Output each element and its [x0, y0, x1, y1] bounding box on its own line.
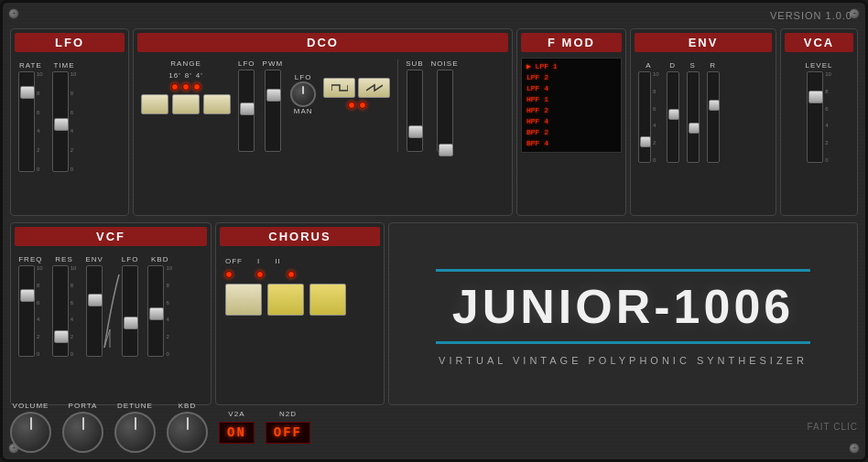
time-slider[interactable]	[52, 71, 69, 172]
sub-slider[interactable]	[407, 70, 423, 152]
volume-knob[interactable]	[10, 412, 51, 453]
env-section: ENV A 10 8 6 4 2 0	[630, 28, 776, 216]
attack-thumb[interactable]	[640, 136, 651, 147]
filter-bpf2[interactable]: BPF 2	[526, 127, 616, 138]
dco-lfo-thumb[interactable]	[240, 102, 255, 115]
top-row: LFO RATE 10 8 6 4 2 0	[10, 28, 858, 216]
sub-thumb[interactable]	[408, 125, 423, 138]
chorus-off-led[interactable]	[225, 271, 233, 278]
chorus-labels: OFF I II	[225, 257, 374, 265]
kbd-thumb[interactable]	[149, 307, 164, 320]
screw-top-left	[8, 8, 19, 19]
fmod-section: F MOD ▶ LPF 1 LPF 2 LPF 4 HPF 1 HPF 2 HP…	[516, 28, 626, 216]
kbd-slider[interactable]	[147, 265, 164, 357]
chorus-buttons	[225, 284, 374, 316]
volume-group: VOLUME	[10, 402, 51, 453]
decay-label: D	[669, 61, 676, 70]
rate-slider-thumb[interactable]	[20, 86, 35, 99]
decay-thumb[interactable]	[668, 109, 679, 120]
chorus-i-btn[interactable]	[267, 284, 304, 316]
n2d-display[interactable]: OFF	[266, 422, 310, 444]
attack-slider[interactable]	[638, 71, 651, 163]
dco-lfo-knob[interactable]	[290, 81, 316, 107]
wave-led-2[interactable]	[359, 102, 366, 109]
filter-bpf4[interactable]: BPF 4	[526, 138, 616, 149]
attack-container: A 10 8 6 4 2 0	[638, 61, 659, 163]
filter-hpf1[interactable]: HPF 1	[526, 94, 616, 105]
filter-hpf2[interactable]: HPF 2	[526, 105, 616, 116]
freq-slider[interactable]	[18, 265, 35, 357]
release-container: R	[707, 61, 720, 163]
lfo-vcf-slider[interactable]	[122, 265, 138, 357]
wave-btn-saw[interactable]	[358, 78, 390, 98]
noise-slider[interactable]	[437, 70, 453, 152]
rate-slider[interactable]	[18, 71, 35, 172]
dco-section: DCO RANGE 16' 8' 4'	[133, 28, 513, 216]
res-thumb[interactable]	[54, 330, 69, 343]
chorus-off-btn[interactable]	[225, 284, 262, 316]
noise-thumb[interactable]	[439, 144, 453, 156]
v2a-display[interactable]: ON	[219, 422, 255, 444]
sustain-thumb[interactable]	[689, 123, 700, 134]
chorus-i-led[interactable]	[256, 271, 264, 278]
level-thumb[interactable]	[808, 91, 823, 103]
range-btn-8[interactable]	[172, 94, 200, 114]
dco-pwm-thumb[interactable]	[266, 89, 281, 102]
dco-pwm-slider[interactable]	[265, 70, 281, 152]
footer-row: VOLUME PORTA DETUNE KBD V2A ON N2D OFF	[10, 402, 858, 452]
sub-slider-container: SUB	[406, 59, 423, 152]
wave-leds	[323, 102, 390, 109]
res-slider[interactable]	[52, 265, 69, 357]
filter-hpf4[interactable]: HPF 4	[526, 116, 616, 127]
time-slider-thumb[interactable]	[54, 118, 69, 131]
dco-range-group: RANGE 16' 8' 4'	[141, 59, 231, 114]
lfo-header: LFO	[15, 33, 125, 52]
rate-ticks: 10 8 6 4 2 0	[37, 71, 43, 172]
freq-thumb[interactable]	[20, 289, 35, 302]
filter-lpf4[interactable]: LPF 4	[526, 83, 616, 94]
vca-section: VCA LEVEL 10 8 6 4 2 0	[780, 28, 858, 216]
range-led-16[interactable]	[171, 83, 179, 91]
env-vcf-slider-group	[86, 265, 103, 357]
junior-title: JUNIOR-1006	[452, 279, 794, 334]
dco-lfo-slider[interactable]	[238, 70, 255, 152]
lfo-vcf-thumb[interactable]	[124, 317, 138, 329]
chorus-ii-btn[interactable]	[309, 284, 346, 316]
env-vcf-thumb[interactable]	[88, 294, 103, 306]
freq-label: FREQ	[18, 255, 42, 263]
kbd-footer-group: KBD	[167, 402, 208, 453]
release-thumb[interactable]	[709, 100, 720, 111]
n2d-group: N2D OFF	[266, 410, 310, 444]
kbd-footer-knob[interactable]	[167, 412, 208, 453]
release-slider[interactable]	[707, 71, 720, 163]
blue-line-bottom	[436, 341, 810, 344]
range-btn-16[interactable]	[141, 94, 168, 114]
volume-label: VOLUME	[13, 402, 49, 410]
decay-slider[interactable]	[667, 71, 679, 163]
main-display: JUNIOR-1006 VIRTUAL VINTAGE POLYPHONIC S…	[388, 222, 858, 405]
range-led-8[interactable]	[182, 83, 190, 91]
porta-knob[interactable]	[62, 412, 103, 453]
man-label: MAN	[294, 107, 313, 115]
env-sliders: A 10 8 6 4 2 0	[635, 58, 772, 167]
detune-group: DETUNE	[114, 402, 156, 453]
dco-header: DCO	[137, 33, 508, 52]
dco-lfo-slider-container: LFO	[238, 59, 255, 152]
attack-slider-group: 10 8 6 4 2 0	[638, 71, 659, 163]
range-btn-4[interactable]	[203, 94, 231, 114]
level-slider-group: 10 8 6 4 2 0	[807, 71, 831, 163]
filter-lpf2[interactable]: LPF 2	[526, 72, 616, 83]
junior-subtitle: VIRTUAL VINTAGE POLYPHONIC SYNTHESIZER	[439, 355, 808, 366]
env-vcf-slider[interactable]	[86, 265, 103, 357]
level-slider[interactable]	[807, 71, 823, 163]
wave-btn-square[interactable]	[323, 78, 355, 98]
filter-lpf1[interactable]: ▶ LPF 1	[526, 61, 616, 72]
brand-logo: FAIT CLIC	[808, 422, 859, 432]
res-slider-group: 10 8 6 4 2 0	[52, 265, 77, 357]
sustain-slider[interactable]	[687, 71, 700, 163]
dco-lfo-pwm: LFO PWM	[238, 59, 283, 152]
range-led-4[interactable]	[193, 83, 201, 91]
chorus-ii-led[interactable]	[288, 271, 295, 278]
wave-led-1[interactable]	[348, 102, 355, 109]
detune-knob[interactable]	[114, 412, 156, 453]
